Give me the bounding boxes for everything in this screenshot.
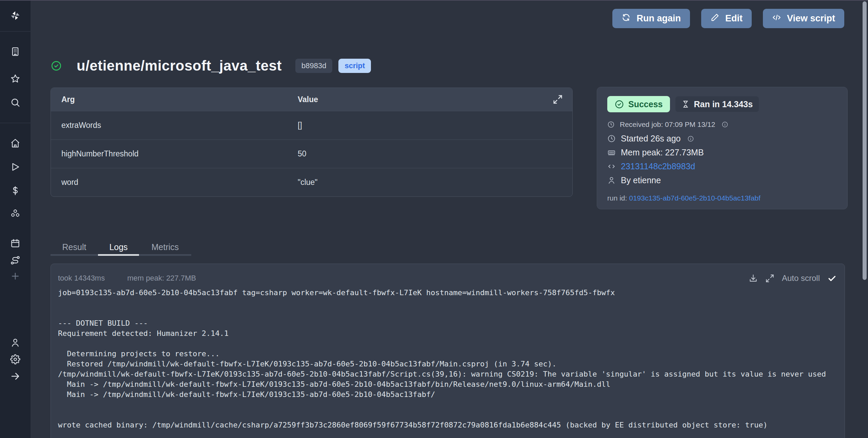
table-row: extraWords [] [51, 111, 572, 139]
success-badge: Success [607, 96, 670, 112]
settings-gear-icon[interactable] [10, 354, 21, 365]
title-row: u/etienne/microsoft_java_test b8983d scr… [51, 58, 371, 74]
expand-log-icon[interactable] [765, 274, 774, 283]
refresh-icon [622, 13, 631, 24]
script-type-badge[interactable]: script [338, 59, 371, 73]
run-duration-label: Ran in 14.343s [694, 99, 753, 109]
variables-dollar-icon[interactable] [10, 185, 21, 196]
expand-args-icon[interactable] [553, 94, 563, 104]
hash-badge: b8983d [295, 59, 332, 73]
workers-route-icon[interactable] [10, 255, 21, 266]
view-script-button[interactable]: View script [763, 9, 844, 28]
sidebar [0, 1, 31, 438]
clock-icon [607, 121, 615, 128]
success-check-circle-icon [51, 60, 62, 71]
schedules-calendar-icon[interactable] [10, 238, 21, 249]
run-id-label: run id: [607, 194, 627, 202]
edit-label: Edit [725, 13, 743, 24]
person-icon [607, 176, 616, 185]
arg-value: [] [298, 121, 572, 130]
page-title: u/etienne/microsoft_java_test [77, 58, 282, 74]
table-row: highNumberThreshold 50 [51, 139, 572, 168]
hourglass-icon [682, 100, 690, 108]
triggered-by-label: By etienne [621, 175, 661, 185]
status-panel: Success Ran in 14.343s Received job: 07:… [597, 87, 848, 209]
args-table: Arg Value extraWords [] highNumberThresh… [51, 88, 573, 197]
arg-name: extraWords [51, 121, 298, 130]
action-toolbar: Run again Edit View script [612, 9, 844, 28]
started-label: Started 26s ago [621, 134, 681, 144]
log-panel: took 14343ms mem peak: 227.7MB Auto scro… [51, 264, 845, 438]
arg-column-header: Arg [51, 95, 298, 104]
clock-icon [607, 134, 616, 143]
log-mem-peak-label: mem peak: 227.7MB [127, 274, 196, 283]
table-row: word "clue" [51, 168, 572, 196]
run-again-label: Run again [636, 13, 681, 24]
add-plus-icon[interactable] [10, 271, 21, 282]
main-content: Run again Edit View script [31, 1, 868, 438]
run-id-link[interactable]: 0193c135-ab7d-60e5-2b10-04b5ac13fabf [629, 194, 761, 202]
triggered-by-row: By etienne [607, 175, 837, 185]
sidebar-divider [0, 123, 31, 123]
success-label: Success [628, 99, 663, 109]
result-tabs: Result Logs Metrics [51, 240, 191, 256]
window-scrollbar-thumb[interactable] [863, 1, 867, 280]
log-tools: Auto scroll [749, 273, 836, 283]
received-job-row: Received job: 07:09 PM 13/12 [607, 120, 837, 129]
runs-play-icon[interactable] [10, 161, 21, 172]
status-chips: Success Ran in 14.343s [607, 96, 837, 112]
home-icon[interactable] [10, 138, 21, 149]
collapse-arrow-right-icon[interactable] [10, 371, 21, 382]
pencil-icon [710, 13, 719, 24]
user-person-icon[interactable] [10, 337, 21, 348]
code-icon [772, 13, 781, 24]
windmill-logo-icon[interactable] [10, 10, 21, 21]
arg-value: 50 [298, 149, 572, 158]
check-circle-icon [615, 100, 624, 109]
log-took-label: took 14343ms [58, 274, 105, 283]
windmill-run-page: Run again Edit View script [0, 0, 868, 438]
auto-scroll-label: Auto scroll [782, 273, 820, 283]
tab-result[interactable]: Result [51, 240, 98, 256]
value-column-header: Value [298, 95, 553, 104]
arg-value: "clue" [298, 178, 572, 187]
script-hash-link[interactable]: 23131148c2b8983d [621, 161, 695, 171]
edit-button[interactable]: Edit [701, 9, 752, 28]
run-duration-chip: Ran in 14.343s [675, 96, 759, 112]
arg-name: highNumberThreshold [51, 149, 298, 158]
script-hash-row: 23131148c2b8983d [607, 161, 837, 171]
run-id-row: run id: 0193c135-ab7d-60e5-2b10-04b5ac13… [607, 194, 837, 202]
info-icon[interactable] [722, 121, 728, 128]
run-again-button[interactable]: Run again [612, 9, 690, 28]
download-icon[interactable] [749, 274, 758, 283]
tab-metrics[interactable]: Metrics [139, 240, 191, 256]
search-icon[interactable] [10, 97, 21, 108]
resources-cubes-icon[interactable] [10, 208, 21, 219]
log-output[interactable]: job=0193c135-ab7d-60e5-2b10-04b5ac13fabf… [58, 288, 845, 430]
sidebar-divider [0, 31, 31, 32]
view-script-label: View script [787, 13, 835, 24]
mem-peak-row: Mem peak: 227.73MB [607, 148, 837, 157]
started-row: Started 26s ago [607, 134, 837, 144]
favorites-star-icon[interactable] [10, 73, 21, 84]
code-icon [607, 162, 616, 171]
workspace-building-icon[interactable] [10, 46, 21, 57]
auto-scroll-checkbox[interactable] [827, 274, 836, 283]
arg-name: word [51, 178, 298, 187]
received-job-label: Received job: 07:09 PM 13/12 [620, 120, 715, 129]
mem-peak-label: Mem peak: 227.73MB [621, 148, 704, 157]
info-icon[interactable] [687, 135, 694, 142]
memory-icon [607, 148, 616, 157]
args-table-header: Arg Value [51, 88, 572, 111]
tab-logs[interactable]: Logs [98, 240, 139, 256]
log-panel-header: took 14343ms mem peak: 227.7MB Auto scro… [51, 264, 845, 283]
